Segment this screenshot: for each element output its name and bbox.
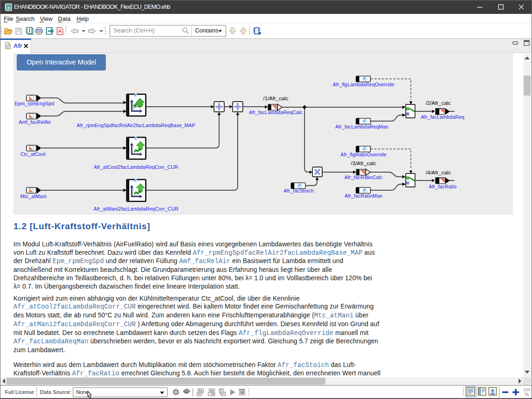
svg-text:Afr_facRatio: Afr_facRatio	[428, 184, 456, 189]
svg-text:%: %	[525, 392, 529, 397]
svg-text:Afr_facLambdaReqMan: Afr_facLambdaReqMan	[335, 124, 389, 129]
svg-text:/3/Afr_calc: /3/Afr_calc	[351, 161, 376, 166]
svg-text:Amf_facRelAir: Amf_facRelAir	[19, 119, 51, 125]
svg-text:Epm_rpmEngSpd: Epm_rpmEngSpd	[14, 101, 54, 106]
svg-text:Mtc_atMani: Mtc_atMani	[20, 193, 46, 199]
svg-text:Afr_atCool2facLambdaReqCorr_CU: Afr_atCool2facLambdaReqCorr_CUR	[94, 164, 178, 170]
svg-text:Afr_flgLambdaReqOverride: Afr_flgLambdaReqOverride	[333, 82, 395, 87]
svg-text:Ctc_atCool: Ctc_atCool	[20, 151, 45, 157]
svg-text:Afr_atMani2facLambdaReqCorr_CU: Afr_atMani2facLambdaReqCorr_CUR	[93, 206, 178, 212]
svg-text:Afr_facStoich: Afr_facStoich	[284, 188, 314, 193]
svg-text:Afr_flgRatioOverride: Afr_flgRatioOverride	[341, 152, 387, 157]
svg-text:Afr_facRatioMan: Afr_facRatioMan	[344, 193, 382, 199]
svg-text:Afr_facLambdaReqCalc: Afr_facLambdaReqCalc	[249, 109, 303, 115]
svg-text:Afr_rpmEngSpdfacRelAir2facLamb: Afr_rpmEngSpdfacRelAir2facLambdaReqBase_…	[77, 122, 195, 128]
svg-text:Afr_facRatioCalc: Afr_facRatioCalc	[344, 174, 383, 180]
svg-text:Afr_facLambdaReq: Afr_facLambdaReq	[421, 114, 465, 120]
svg-text:/4/Afr_calc: /4/Afr_calc	[426, 170, 451, 175]
svg-text:/2/Afr_calc: /2/Afr_calc	[426, 100, 451, 106]
svg-text:/1/Afr_calc: /1/Afr_calc	[263, 96, 289, 101]
